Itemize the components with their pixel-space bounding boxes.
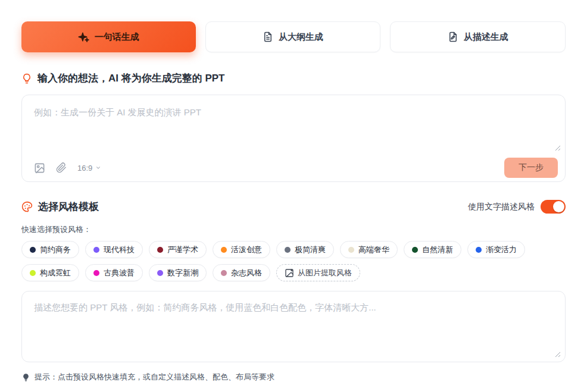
style-chip-label: 严谨学术 (167, 244, 198, 255)
style-section-header: 选择风格模板 使用文字描述风格 (21, 200, 566, 214)
tab-label: 一句话生成 (95, 32, 139, 43)
style-description-textarea[interactable]: 描述您想要的 PPT 风格，例如：简约商务风格，使用蓝色和白色配色，字体清晰大方… (34, 301, 553, 313)
use-text-style-toggle[interactable] (541, 200, 566, 214)
style-chip-label: 简约商务 (40, 244, 71, 255)
image-plus-icon (285, 268, 294, 278)
style-chip[interactable]: 极简清爽 (276, 241, 334, 258)
style-color-dot (348, 247, 354, 253)
aspect-ratio-value: 16:9 (77, 164, 92, 173)
style-chip-label: 活泼创意 (231, 244, 262, 255)
insert-image-icon[interactable] (34, 162, 45, 174)
presets-label: 快速选择预设风格： (21, 224, 566, 235)
toggle-label: 使用文字描述风格 (468, 202, 535, 212)
style-chip[interactable]: 现代科技 (85, 241, 143, 258)
document-edit-icon (448, 32, 458, 42)
tab-from-outline-generate[interactable]: 从大纲生成 (205, 21, 381, 52)
style-chip-label: 数字新潮 (167, 268, 198, 278)
style-chip-label: 极简清爽 (295, 244, 326, 255)
ai-ppt-generator-page: 一句话生成 从大纲生成 从描述生成 输入你的想法，AI 将为你生成完整的 PPT (0, 0, 587, 382)
style-color-dot (285, 247, 291, 253)
style-color-dot (157, 247, 163, 253)
attachment-icon[interactable] (56, 162, 67, 173)
style-chip-label: 现代科技 (104, 244, 135, 255)
style-chip-label: 渐变活力 (486, 244, 517, 255)
style-color-dot (412, 247, 418, 253)
style-chip[interactable]: 数字新潮 (149, 264, 207, 281)
lightbulb-solid-icon (21, 373, 30, 382)
tip-row: 提示：点击预设风格快速填充，或自定义描述风格、配色、布局等要求 (21, 372, 566, 382)
style-color-dot (30, 247, 36, 253)
textarea-resize-handle[interactable] (554, 145, 561, 152)
prompt-heading: 输入你的想法，AI 将为你生成完整的 PPT (38, 71, 225, 85)
tip-text: 提示：点击预设风格快速填充，或自定义描述风格、配色、布局等要求 (35, 372, 274, 382)
tab-label: 从描述生成 (464, 32, 508, 43)
style-section-title: 选择风格模板 (38, 200, 99, 214)
style-chip[interactable]: 高端奢华 (340, 241, 398, 258)
style-color-dot (221, 270, 227, 276)
textarea-resize-handle[interactable] (554, 352, 561, 358)
style-color-dot (476, 247, 482, 253)
style-chip[interactable]: 简约商务 (21, 241, 79, 258)
tab-label: 从大纲生成 (279, 32, 323, 43)
image-extract-label: 从图片提取风格 (298, 268, 352, 278)
prompt-textarea[interactable]: 例如：生成一份关于 AI 发展史的演讲 PPT (34, 106, 553, 118)
style-chip-label: 杂志风格 (231, 268, 262, 278)
style-chip[interactable]: 古典波普 (85, 264, 143, 281)
style-chip-label: 古典波普 (104, 268, 135, 278)
style-chip[interactable]: 构成霓虹 (21, 264, 79, 281)
style-chip-label: 高端奢华 (358, 244, 389, 255)
style-color-dot (93, 247, 99, 253)
style-chip[interactable]: 渐变活力 (467, 241, 525, 258)
prompt-input-card: 例如：生成一份关于 AI 发展史的演讲 PPT 16:9 (21, 95, 566, 182)
next-step-button[interactable]: 下一步 (504, 158, 558, 178)
aspect-ratio-selector[interactable]: 16:9 (77, 164, 101, 173)
image-extract-chip[interactable]: 从图片提取风格 (276, 264, 360, 281)
text-style-toggle-row: 使用文字描述风格 (468, 200, 566, 214)
chevron-down-icon (95, 165, 101, 171)
style-description-card: 描述您想要的 PPT 风格，例如：简约商务风格，使用蓝色和白色配色，字体清晰大方… (21, 291, 566, 362)
style-color-dot (30, 270, 36, 276)
style-chip[interactable]: 自然清新 (404, 241, 461, 258)
sparkles-icon (78, 32, 89, 43)
style-presets: 简约商务现代科技严谨学术活泼创意极简清爽高端奢华自然清新渐变活力构成霓虹古典波普… (21, 241, 566, 281)
lightbulb-icon (21, 73, 32, 84)
style-chip-label: 自然清新 (422, 244, 453, 255)
style-color-dot (93, 270, 99, 276)
toggle-knob (553, 201, 564, 212)
style-chip[interactable]: 活泼创意 (213, 241, 270, 258)
palette-icon (21, 201, 33, 212)
prompt-toolbar: 16:9 下一步 (22, 154, 565, 181)
outline-document-icon (263, 32, 273, 42)
generation-mode-tabs: 一句话生成 从大纲生成 从描述生成 (21, 21, 566, 52)
style-color-dot (221, 247, 227, 253)
tab-from-description-generate[interactable]: 从描述生成 (390, 21, 566, 52)
style-chip-label: 构成霓虹 (40, 268, 71, 278)
prompt-heading-row: 输入你的想法，AI 将为你生成完整的 PPT (21, 71, 566, 85)
style-chip[interactable]: 杂志风格 (213, 264, 270, 281)
style-color-dot (157, 270, 163, 276)
style-chip[interactable]: 严谨学术 (149, 241, 207, 258)
tab-one-sentence-generate[interactable]: 一句话生成 (21, 21, 196, 52)
